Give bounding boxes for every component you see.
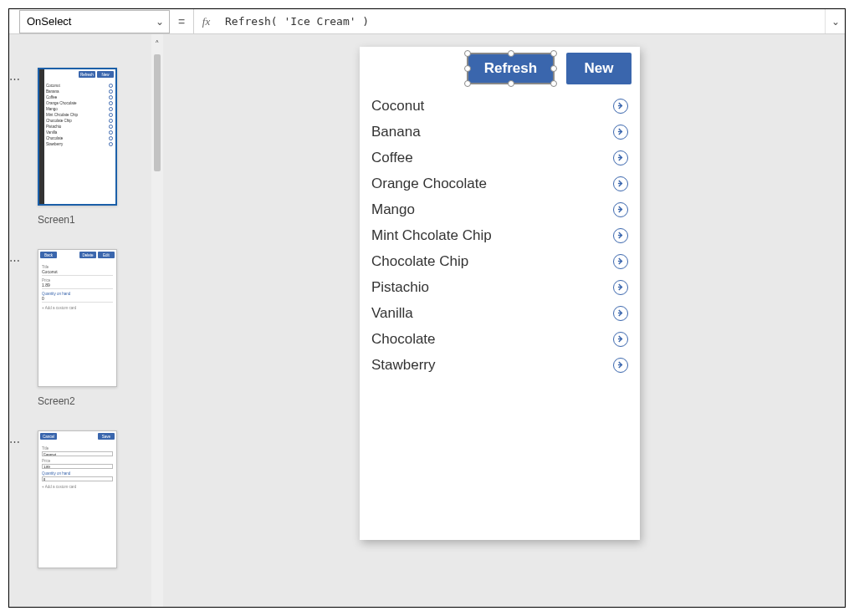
list-item-label: Chocolate Chip (371, 253, 468, 270)
arrow-right-icon[interactable] (613, 254, 628, 269)
more-icon[interactable]: ⋯ (9, 435, 21, 448)
list-item-label: Chocolate (371, 331, 436, 348)
thumb-delete-button: Delete (79, 252, 96, 258)
formula-bar: OnSelect ⌄ = fx ⌄ (9, 9, 845, 34)
list-item[interactable]: Banana (371, 119, 628, 145)
screen-thumbnail-2[interactable]: ⋯ Back Delete Edit Title Coconut Price 1… (23, 249, 151, 407)
screen-label: Screen2 (38, 395, 151, 407)
list-item-label: Mint Chcolate Chip (371, 227, 492, 244)
more-icon[interactable]: ⋯ (9, 254, 21, 267)
list-item-label: Coffee (371, 150, 413, 166)
refresh-button[interactable]: Refresh (467, 53, 555, 84)
thumb-cancel-button: Cancel (40, 433, 57, 440)
thumb-list-item: Pistachio (46, 124, 115, 130)
thumb-list-item: Mint Chcolate Chip (46, 112, 115, 118)
resize-handle[interactable] (464, 50, 471, 57)
thumb-list-item: Banana (46, 89, 115, 94)
resize-handle[interactable] (550, 80, 557, 87)
formula-input[interactable] (218, 9, 825, 33)
fx-icon: fx (193, 9, 218, 33)
list-item-label: Stawberry (371, 357, 436, 374)
thumb-list-item: Stawberry (46, 141, 115, 147)
scroll-thumb[interactable] (154, 54, 161, 171)
arrow-right-icon[interactable] (613, 99, 628, 114)
design-canvas: Refresh New CoconutBananaCoffeeOra (163, 34, 845, 607)
thumb-list-item: Orange Chocolate (46, 100, 115, 106)
resize-handle[interactable] (464, 65, 471, 72)
list-item[interactable]: Coconut (371, 93, 628, 119)
list-item[interactable]: Vanilla (371, 300, 628, 326)
thumb-list-item: Chocolate Chip (46, 118, 115, 124)
list-item[interactable]: Mango (371, 196, 628, 222)
resize-handle[interactable] (550, 65, 557, 72)
thumb-save-button: Save (98, 433, 115, 440)
formula-expand-button[interactable]: ⌄ (825, 9, 845, 33)
list-item-label: Orange Chocolate (371, 176, 487, 192)
list-item-label: Coconut (371, 98, 424, 115)
more-icon[interactable]: ⋯ (9, 73, 21, 85)
arrow-right-icon[interactable] (613, 280, 628, 295)
list-item[interactable]: Mint Chcolate Chip (371, 222, 628, 248)
resize-handle[interactable] (508, 50, 514, 57)
arrow-right-icon[interactable] (613, 150, 628, 165)
list-item[interactable]: Pistachio (371, 274, 628, 300)
list-item-label: Banana (371, 124, 421, 140)
thumb-refresh-button: Refresh (79, 71, 95, 78)
thumb-back-button: Back (40, 252, 57, 258)
thumb-new-button: New (97, 71, 114, 78)
list-item-label: Mango (371, 201, 415, 218)
list-item[interactable]: Orange Chocolate (371, 171, 628, 196)
thumb-list-item: Vanilla (46, 130, 115, 135)
thumb-edit-button: Edit (98, 252, 115, 258)
thumb-list-item: Mango (46, 106, 115, 112)
property-selector[interactable]: OnSelect ⌄ (19, 10, 170, 33)
arrow-right-icon[interactable] (613, 358, 628, 373)
arrow-right-icon[interactable] (613, 202, 628, 217)
chevron-down-icon: ⌄ (831, 16, 840, 28)
arrow-right-icon[interactable] (613, 306, 628, 321)
list-item[interactable]: Coffee (371, 145, 628, 171)
arrow-right-icon[interactable] (613, 176, 628, 191)
chevron-down-icon: ⌄ (156, 16, 164, 28)
new-button-label: New (585, 60, 614, 77)
resize-handle[interactable] (550, 50, 557, 57)
screen-thumbnail-3[interactable]: ⋯ Cancel Save Title Coconut Price 1.89 Q… (23, 430, 151, 568)
thumb-list-item: Coffee (46, 94, 115, 100)
screens-panel: ⋯ Refresh New CoconutBananaCoffeeOrange … (9, 34, 151, 607)
resize-handle[interactable] (464, 80, 471, 87)
screen-thumbnail-1[interactable]: ⋯ Refresh New CoconutBananaCoffeeOrange … (23, 68, 151, 226)
thumb-list-item: Coconut (46, 83, 115, 89)
equals-label: = (170, 15, 193, 28)
list-item[interactable]: Chocolate Chip (371, 248, 628, 274)
scrollbar[interactable]: ˄ (151, 34, 163, 607)
arrow-right-icon[interactable] (613, 125, 628, 140)
resize-handle[interactable] (508, 80, 514, 87)
app-preview: Refresh New CoconutBananaCoffeeOra (360, 47, 640, 540)
arrow-right-icon[interactable] (613, 332, 628, 347)
list-item[interactable]: Chocolate (371, 326, 628, 352)
gallery: CoconutBananaCoffeeOrange ChocolateMango… (360, 88, 640, 378)
property-selector-value: OnSelect (27, 15, 71, 28)
list-item[interactable]: Stawberry (371, 352, 628, 378)
arrow-right-icon[interactable] (613, 228, 628, 243)
scroll-up-icon[interactable]: ˄ (151, 39, 163, 50)
list-item-label: Pistachio (371, 279, 429, 296)
new-button[interactable]: New (566, 53, 632, 84)
refresh-button-label: Refresh (484, 60, 537, 77)
list-item-label: Vanilla (371, 305, 413, 322)
screen-label: Screen1 (38, 214, 151, 226)
thumb-list-item: Chocolate (46, 135, 115, 141)
